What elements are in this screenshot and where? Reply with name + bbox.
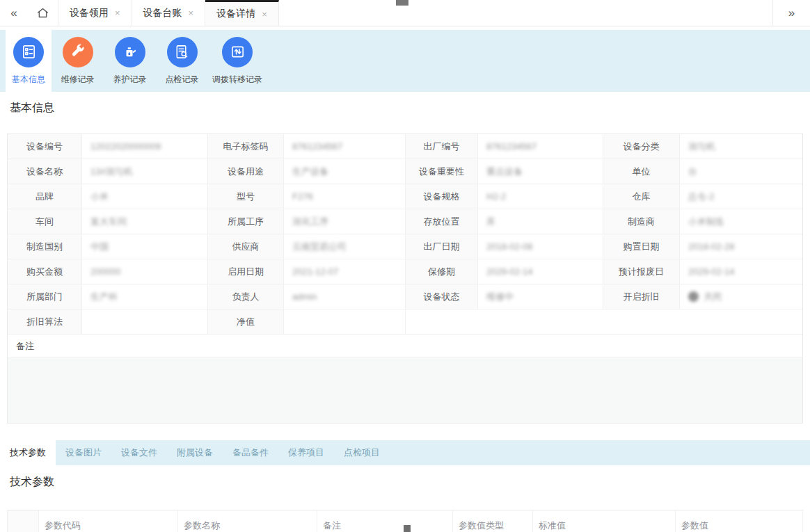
field-value: 台 — [680, 159, 802, 184]
form-checklist-icon — [13, 37, 44, 67]
field-value-text: 生产设备 — [292, 166, 328, 177]
double-chevron-right-icon: » — [788, 6, 795, 20]
field-value-text: 库 — [486, 216, 495, 227]
field-value-text: 2018-02-28 — [688, 241, 735, 252]
topbar-tab-label: 设备领用 — [70, 7, 109, 19]
collapse-tabs-button[interactable]: « — [0, 0, 28, 26]
field-value-text: 某大车间 — [90, 216, 127, 227]
detail-sub-tabs: 技术参数设备图片设备文件附属设备备品备件保养项目点检项目 — [0, 440, 810, 465]
field-value: 2029-02-14 — [680, 259, 802, 284]
field-value: 2018-02-28 — [680, 234, 802, 259]
column-header-4: 标准值 — [533, 510, 676, 532]
field-value: 生产设备 — [284, 159, 406, 184]
field-label: 存放位置 — [406, 209, 478, 234]
field-value-text: H2-2 — [486, 191, 506, 202]
expand-tabs-button[interactable]: » — [772, 0, 810, 26]
topbar-tab-0[interactable]: 设备领用× — [58, 0, 132, 26]
tab-close-icon[interactable]: × — [189, 8, 194, 18]
topbar-tab-1[interactable]: 设备台账× — [132, 0, 206, 26]
field-value: admin — [284, 284, 406, 309]
column-header-1: 参数名称 — [178, 510, 317, 532]
field-value: 重点设备 — [478, 159, 603, 184]
field-value: 小米制造 — [680, 209, 802, 234]
toolbar-item-4[interactable]: 调拨转移记录 — [208, 30, 267, 92]
field-value[interactable]: 关闭 — [680, 284, 802, 309]
field-value: 混匀机 — [680, 134, 802, 159]
tech-params-title: 技术参数 — [10, 475, 810, 490]
home-button[interactable] — [28, 0, 58, 26]
field-value: 中国 — [82, 234, 208, 259]
field-value: 云南贸易公司 — [284, 234, 406, 259]
sub-tab-0[interactable]: 技术参数 — [0, 440, 56, 465]
inspect-doc-icon — [167, 37, 198, 67]
field-value-text: 小米制造 — [688, 216, 724, 227]
field-value-text: 2021-12-07 — [292, 266, 339, 277]
field-label: 净值 — [208, 309, 284, 334]
field-label: 出厂编号 — [406, 134, 478, 159]
field-value: 小米 — [82, 184, 208, 209]
sub-tab-1[interactable]: 设备图片 — [56, 440, 111, 465]
field-value-text: 小米 — [90, 191, 109, 202]
toolbar-item-label: 点检记录 — [166, 74, 199, 86]
field-value: 13#混匀机 — [82, 159, 208, 184]
field-value-text: 2029-02-14 — [688, 266, 735, 277]
field-label: 供应商 — [208, 234, 284, 259]
toolbar-item-3[interactable]: 点检记录 — [156, 30, 208, 92]
toolbar-item-0[interactable]: 基本信息 — [6, 30, 51, 92]
field-value: 2021-12-07 — [284, 259, 406, 284]
field-label: 负责人 — [208, 284, 284, 309]
field-value-text: 生产科 — [90, 291, 118, 302]
field-value: 2029-02-14 — [478, 259, 603, 284]
remark-label: 备注 — [8, 334, 802, 358]
field-value: F276 — [284, 184, 406, 209]
field-label: 购置日期 — [603, 234, 680, 259]
field-value: 12022020000009 — [82, 134, 208, 159]
toolbar-item-1[interactable]: 维修记录 — [51, 30, 104, 92]
field-value-text: 2029-02-14 — [486, 266, 533, 277]
sub-tab-4[interactable]: 备品备件 — [223, 440, 278, 465]
scrubber-artifact-top — [396, 0, 408, 6]
scrubber-artifact-bottom — [404, 525, 411, 532]
basic-info-table: 设备编号12022020000009电子标签码8761234567出厂编号876… — [7, 134, 803, 424]
transfer-icon — [222, 37, 253, 67]
field-value-text: 200000 — [90, 266, 120, 277]
depreciation-toggle[interactable]: 关闭 — [688, 291, 722, 302]
field-label: 保修期 — [406, 259, 478, 284]
sub-tab-3[interactable]: 附属设备 — [167, 440, 223, 465]
field-value-text: 8761234567 — [292, 141, 342, 152]
field-label: 电子标签码 — [208, 134, 284, 159]
topbar-tabs: 设备领用×设备台账×设备详情× — [58, 0, 279, 26]
wrench-icon — [63, 37, 93, 67]
oil-can-icon — [115, 37, 145, 67]
field-label: 设备分类 — [603, 134, 680, 159]
sub-tab-2[interactable]: 设备文件 — [111, 440, 167, 465]
toolbar-item-label: 基本信息 — [12, 74, 45, 86]
tab-close-icon[interactable]: × — [262, 9, 267, 19]
field-value — [284, 309, 406, 334]
tab-close-icon[interactable]: × — [115, 8, 120, 18]
remark-content-box — [8, 358, 802, 423]
field-value: 混化工序 — [284, 209, 406, 234]
home-icon — [36, 6, 49, 19]
toggle-state-label: 关闭 — [704, 291, 722, 302]
field-value-text: 台 — [688, 166, 697, 177]
sub-tab-5[interactable]: 保养项目 — [278, 440, 334, 465]
row-filler — [406, 309, 802, 334]
sub-tab-6[interactable]: 点检项目 — [334, 440, 390, 465]
field-value-text: 中国 — [90, 241, 109, 252]
field-value: 某大车间 — [82, 209, 208, 234]
field-label: 设备编号 — [8, 134, 82, 159]
column-header-5: 参数值 — [676, 510, 803, 532]
field-value-text: F276 — [292, 191, 313, 202]
toolbar-item-2[interactable]: 养护记录 — [104, 30, 156, 92]
field-value: 8761234567 — [478, 134, 603, 159]
field-value: 8761234567 — [284, 134, 406, 159]
basic-info-grid: 设备编号12022020000009电子标签码8761234567出厂编号876… — [8, 134, 802, 423]
field-label: 设备用途 — [208, 159, 284, 184]
topbar-tab-2[interactable]: 设备详情× — [205, 0, 279, 26]
column-header-3: 参数值类型 — [453, 510, 533, 532]
field-label: 设备重要性 — [406, 159, 478, 184]
field-value: 总仓-2 — [680, 184, 802, 209]
field-label: 开启折旧 — [603, 284, 680, 309]
field-label: 制造国别 — [8, 234, 82, 259]
